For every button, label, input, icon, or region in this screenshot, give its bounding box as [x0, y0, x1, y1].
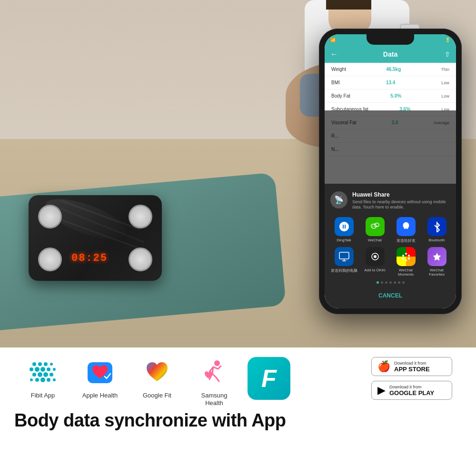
phone-nav-bar: ← Data ⇧ — [325, 46, 456, 63]
app-item-fitbit: Fibit App — [14, 357, 71, 399]
dot-3 — [385, 281, 387, 284]
send-to-pc-label: 发送到我的电脑 — [331, 268, 357, 273]
scale-pad-top-right — [129, 205, 152, 228]
share-app-computer[interactable]: 发送到我的电脑 — [330, 247, 357, 277]
qq-icon — [397, 217, 416, 236]
svg-rect-4 — [339, 252, 349, 259]
svg-point-14 — [38, 362, 42, 366]
svg-point-13 — [32, 362, 36, 366]
svg-point-2 — [372, 226, 373, 227]
svg-point-21 — [53, 368, 56, 371]
wechat-label: WeChat — [368, 238, 382, 242]
share-app-wechat[interactable]: WeChat — [361, 217, 388, 243]
scale-body: 08:25 — [29, 195, 162, 281]
wechat-moments-icon — [397, 247, 416, 266]
back-button[interactable]: ← — [330, 50, 338, 59]
app-store-badge[interactable]: 🍎 Download it from APP STORE — [371, 357, 452, 376]
okki-label: Add to OKKI — [364, 268, 385, 272]
fittrack-app-item: F — [248, 357, 290, 400]
svg-point-29 — [47, 378, 50, 382]
screen-title: Data — [383, 50, 397, 58]
wechat-moments-label: WeChat Moments — [392, 268, 419, 277]
phone-outer: 📶 10:33 🔋 ← Data ⇧ Weight 46.5kg Thin — [319, 29, 462, 314]
svg-point-19 — [40, 367, 45, 372]
svg-point-27 — [35, 378, 39, 382]
share-app-friend[interactable]: 发送给好友 — [392, 217, 419, 243]
svg-point-12 — [402, 255, 404, 257]
svg-point-20 — [47, 367, 50, 371]
okki-icon — [366, 247, 385, 266]
dot-1 — [377, 281, 379, 284]
google-play-large-text: GOOGLE PLAY — [389, 389, 434, 397]
google-fit-icon — [143, 358, 171, 387]
download-badges-area: 🍎 Download it from APP STORE ▶ Download … — [371, 357, 452, 400]
wechat-favorites-icon — [427, 247, 446, 266]
dot-2 — [381, 281, 383, 284]
svg-point-15 — [44, 362, 48, 366]
svg-point-11 — [402, 258, 404, 259]
samsung-health-label: Samsung Health — [201, 392, 228, 407]
svg-point-17 — [30, 367, 33, 371]
svg-point-7 — [405, 253, 407, 255]
qq-label: 发送给好友 — [397, 238, 416, 243]
dot-5 — [394, 281, 396, 284]
phone-mockup: 📶 10:33 🔋 ← Data ⇧ Weight 46.5kg Thin — [319, 29, 462, 314]
share-dialog: 📡 Huawei Share Send files to nearby devi… — [325, 184, 456, 308]
app-integrations-row: Fibit App Apple Health — [14, 357, 462, 407]
google-fit-icon-wrap — [142, 357, 173, 388]
share-app-dingtalk[interactable]: DingTalk — [330, 217, 357, 243]
fitbit-icon-wrap — [28, 357, 59, 388]
svg-point-28 — [40, 377, 45, 382]
svg-point-24 — [43, 372, 48, 377]
app-store-small-text: Download it from — [394, 361, 430, 366]
scale-display: 08:25 — [71, 252, 108, 264]
status-signal: 📶 — [330, 38, 336, 42]
svg-point-23 — [38, 372, 42, 377]
fitbit-icon — [29, 359, 57, 387]
dot-4 — [389, 281, 392, 284]
app-store-large-text: APP STORE — [394, 366, 430, 373]
headline: Body data synchronize with App — [14, 410, 462, 431]
app-item-apple-health: Apple Health — [71, 357, 129, 399]
svg-point-26 — [30, 378, 33, 381]
share-icon[interactable]: ⇧ — [445, 50, 450, 58]
svg-point-22 — [32, 373, 36, 377]
status-battery: 🔋 — [445, 38, 450, 42]
dot-6 — [398, 281, 400, 284]
bluetooth-icon — [427, 217, 446, 236]
apple-health-icon-wrap — [85, 357, 116, 388]
body-scale: 08:25 — [29, 195, 171, 290]
data-row-bodyfat: Body Fat 5.0% Low — [325, 89, 456, 103]
phone-notch — [367, 34, 414, 45]
share-app-wechat-favorites[interactable]: WeChat Favorites — [423, 247, 450, 277]
person-hair — [326, 0, 371, 10]
svg-point-10 — [405, 259, 407, 261]
apple-health-icon — [86, 358, 114, 387]
google-play-small-text: Download it from — [389, 385, 434, 389]
dingtalk-label: DingTalk — [337, 238, 351, 242]
wechat-icon — [366, 217, 385, 236]
share-apps-grid: DingTalk WeChat — [330, 217, 450, 277]
huawei-share-icon: 📡 — [330, 191, 347, 208]
share-app-okki[interactable]: Add to OKKI — [361, 247, 388, 277]
apple-icon: 🍎 — [377, 360, 390, 373]
app-item-samsung-health: Samsung Health — [186, 357, 243, 407]
google-play-badge[interactable]: ▶ Download it from GOOGLE PLAY — [371, 381, 452, 400]
svg-point-8 — [408, 255, 410, 257]
cancel-button[interactable]: CANCEL — [330, 288, 450, 303]
svg-point-3 — [374, 226, 375, 227]
data-row-bmi: BMI 13.4 Low — [325, 76, 456, 89]
play-icon: ▶ — [377, 384, 386, 397]
share-dialog-title: Huawei Share — [352, 191, 450, 198]
photo-section: 08:25 📶 10:33 🔋 ← Data ⇧ — [0, 0, 476, 347]
bluetooth-label: Bluetooth — [429, 238, 445, 242]
fitbit-label: Fibit App — [31, 392, 55, 399]
dot-7 — [402, 281, 405, 284]
share-header: 📡 Huawei Share Send files to nearby devi… — [330, 191, 450, 210]
data-row-weight: Weight 46.5kg Thin — [325, 63, 456, 76]
share-app-wechat-moments[interactable]: WeChat Moments — [392, 247, 419, 277]
samsung-health-icon-wrap — [199, 357, 230, 388]
scale-pad-bottom-left — [38, 248, 62, 271]
share-pagination-dots — [330, 281, 450, 284]
share-app-bluetooth[interactable]: Bluetooth — [423, 217, 450, 243]
